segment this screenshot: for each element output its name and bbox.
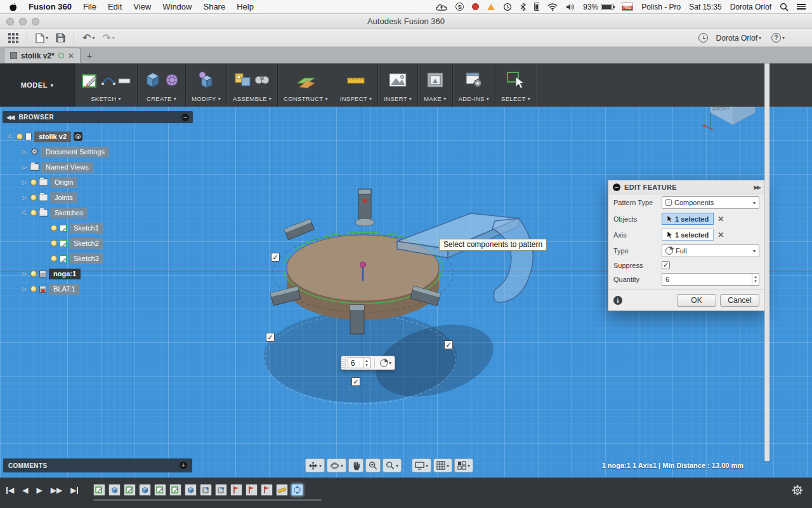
expand-caret-icon[interactable]: ▷	[22, 179, 28, 185]
menubar-clock[interactable]: Sat 15:35	[689, 3, 721, 11]
step-forward-button[interactable]: ▶▶	[51, 486, 62, 495]
collapse-tree-icon[interactable]: –	[181, 114, 189, 121]
info-icon[interactable]: i	[613, 296, 622, 305]
timeline-extrude-icon[interactable]	[139, 484, 151, 496]
account-menu[interactable]: Dorota Orlof▾	[714, 32, 763, 44]
browser-item-label[interactable]: Sketches	[50, 208, 88, 218]
grid-settings-button[interactable]: ▾	[433, 458, 452, 472]
add-comment-icon[interactable]: +	[180, 462, 187, 469]
bluetooth-icon[interactable]	[520, 3, 526, 11]
viewports-button[interactable]: ▾	[454, 458, 473, 472]
browser-row-sketch1[interactable]: Sketch1	[51, 222, 103, 234]
new-tab-button[interactable]: +	[87, 50, 93, 63]
volume-icon[interactable]	[566, 3, 575, 11]
browser-item-label[interactable]: Named Views	[41, 162, 93, 173]
select-tool-icon[interactable]	[506, 71, 525, 91]
browser-row-sketch2[interactable]: Sketch2	[51, 237, 103, 250]
menu-view[interactable]: View	[133, 2, 151, 11]
dialog-collapse-icon[interactable]: –	[613, 184, 620, 191]
ribbon-group-create[interactable]: CREATE▾	[138, 64, 186, 107]
pattern-quantity-widget[interactable]: 6 ▲▼ ▾	[341, 356, 395, 370]
axis-selection-chip[interactable]: 1 selected	[662, 229, 714, 241]
create-form-icon[interactable]	[143, 70, 162, 92]
spotlight-search-icon[interactable]	[780, 3, 789, 11]
drag-handle[interactable]	[341, 356, 346, 370]
play-button[interactable]: ▶	[36, 486, 42, 495]
redo-button[interactable]: ↷▾	[100, 32, 116, 44]
comments-bar[interactable]: COMMENTS +	[3, 458, 192, 472]
display-settings-button[interactable]: ▾	[412, 458, 431, 472]
pattern-suppress-checkbox[interactable]: ✓	[266, 333, 275, 342]
timeline-joint-icon[interactable]	[215, 484, 227, 496]
inspect-measure-icon[interactable]	[346, 71, 366, 91]
visibility-bulb-icon[interactable]	[51, 225, 57, 231]
menubar-user[interactable]: Dorota Orlof	[730, 3, 771, 11]
browser-item-label[interactable]: Sketch1	[69, 223, 103, 234]
timeline-error-flag-icon[interactable]	[230, 484, 242, 496]
pan-tool-button[interactable]: ▾	[305, 458, 325, 472]
pattern-suppress-checkbox[interactable]: ✓	[444, 340, 453, 349]
menu-help[interactable]: Help	[237, 2, 254, 11]
timeline-joint-icon[interactable]	[200, 484, 212, 496]
browser-row-root[interactable]: ▷ stolik v2	[8, 130, 82, 143]
ribbon-group-make[interactable]: MAKE▾	[418, 64, 452, 107]
ribbon-group-construct[interactable]: CONSTRUCT▾	[278, 64, 334, 107]
pan-hand-button[interactable]	[348, 458, 363, 472]
apple-logo-icon[interactable]	[9, 2, 17, 11]
wifi-icon[interactable]	[547, 3, 558, 11]
notification-center-icon[interactable]	[797, 4, 806, 10]
timeline-circular-pattern-icon-active[interactable]	[291, 484, 303, 496]
go-to-end-button[interactable]: ▶	[70, 486, 78, 495]
assemble-inspect-icon[interactable]	[254, 72, 270, 90]
ribbon-group-assemble[interactable]: ASSEMBLE▾	[227, 64, 278, 107]
ribbon-group-modify[interactable]: MODIFY▾	[186, 64, 227, 107]
keyboard-battery-icon[interactable]	[534, 3, 539, 11]
expand-caret-icon[interactable]: ▷	[22, 286, 28, 292]
expand-caret-icon[interactable]: ▷	[22, 164, 28, 170]
browser-row-document-settings[interactable]: ▷ Document Settings	[22, 145, 109, 158]
tab-close-button[interactable]: ✕	[68, 51, 74, 60]
ribbon-group-inspect[interactable]: INSPECT▾	[334, 64, 379, 107]
visibility-bulb-icon[interactable]	[16, 133, 23, 140]
document-tab[interactable]: stolik v2* ✕	[4, 48, 81, 63]
save-button[interactable]	[54, 32, 67, 44]
cloud-upload-icon[interactable]	[436, 3, 447, 11]
type-dropdown[interactable]: Full ▾	[662, 244, 759, 257]
pattern-suppress-checkbox[interactable]: ✓	[351, 377, 360, 386]
visibility-bulb-icon[interactable]	[30, 210, 37, 216]
dialog-header[interactable]: – EDIT FEATURE ▶▶	[608, 180, 764, 194]
expand-caret-icon[interactable]: ▷	[22, 271, 28, 277]
timeline-scrollbar[interactable]	[93, 499, 322, 501]
cancel-button[interactable]: Cancel	[720, 294, 759, 307]
browser-item-label[interactable]: Document Settings	[41, 147, 109, 157]
clear-objects-icon[interactable]: ✕	[717, 215, 724, 224]
app-grid-button[interactable]	[6, 32, 20, 44]
input-source-label[interactable]: Polish - Pro	[641, 3, 681, 11]
ribbon-group-sketch[interactable]: SKETCH▾	[75, 64, 138, 107]
ribbon-group-insert[interactable]: INSERT▾	[378, 64, 418, 107]
visibility-bulb-icon[interactable]	[30, 286, 37, 292]
timeline-sketch-icon[interactable]	[169, 484, 181, 496]
timeline-sketch-icon[interactable]	[124, 484, 136, 496]
create-sphere-icon[interactable]	[164, 72, 180, 90]
job-status-icon[interactable]	[698, 33, 708, 43]
file-menu-button[interactable]: ▾	[34, 32, 50, 44]
visibility-bulb-icon[interactable]	[30, 194, 37, 201]
timeline-sketch-icon[interactable]	[93, 484, 105, 496]
expand-caret-icon[interactable]: ▷	[22, 149, 28, 155]
modify-press-pull-icon[interactable]	[197, 70, 216, 92]
visibility-bulb-icon[interactable]	[51, 255, 57, 262]
orbit-tool-button[interactable]: ▾	[327, 458, 346, 472]
browser-item-label[interactable]: Sketch2	[69, 238, 103, 249]
menu-file[interactable]: File	[83, 2, 96, 11]
quantity-field[interactable]: 6 ▲▼	[662, 273, 759, 286]
quantity-input[interactable]: 6 ▲▼	[348, 358, 370, 368]
time-machine-icon[interactable]	[503, 3, 512, 11]
make-3dprint-icon[interactable]	[426, 72, 444, 91]
pattern-suppress-checkbox[interactable]: ✓	[271, 253, 280, 262]
browser-item-label[interactable]: Sketch3	[69, 253, 103, 264]
browser-item-label[interactable]: Joints	[50, 192, 77, 203]
timeline-error-flag-icon[interactable]	[246, 484, 258, 496]
suppress-checkbox[interactable]: ✓	[662, 261, 670, 269]
warning-triangle-icon[interactable]	[487, 4, 495, 10]
